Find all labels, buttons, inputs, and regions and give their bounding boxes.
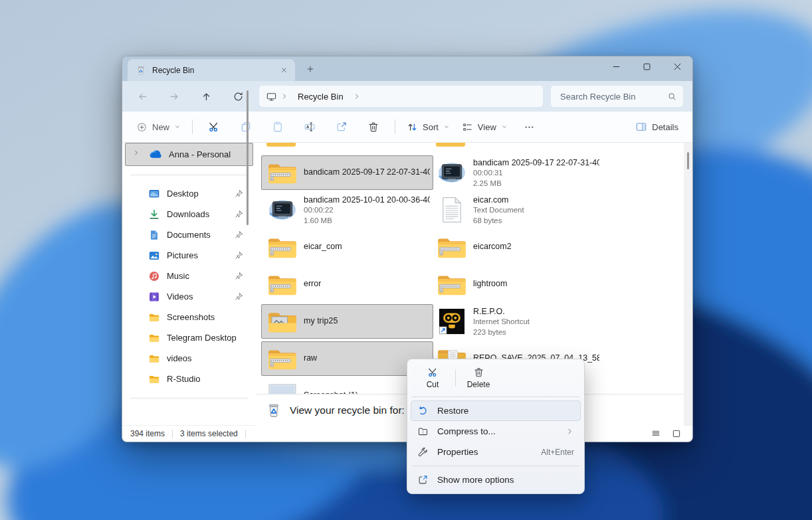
sidebar-item-desktop[interactable]: Desktop — [125, 183, 253, 204]
list-view-icon — [651, 428, 661, 439]
sidebar-item-downloads[interactable]: Downloads — [125, 204, 253, 224]
toolbar-divider — [192, 120, 193, 134]
sidebar-item-label: Downloads — [167, 209, 209, 219]
more-options-button[interactable] — [516, 116, 544, 138]
file-meta: 2.25 MB — [473, 179, 502, 187]
context-menu-item-restore[interactable]: Restore — [411, 400, 581, 421]
close-icon — [672, 61, 683, 72]
sidebar-separator — [130, 398, 248, 398]
context-quick-delete[interactable]: Delete — [458, 363, 499, 392]
delete-button[interactable] — [359, 116, 387, 138]
file-item-partial[interactable] — [431, 143, 601, 148]
pin-icon — [235, 210, 243, 218]
tab-recycle-bin[interactable]: Recycle Bin — [128, 59, 295, 81]
menu-item-label: Show more options — [437, 475, 514, 485]
pin-icon — [235, 292, 243, 301]
trash-icon — [367, 121, 379, 133]
file-item-lightroom[interactable]: lightroom — [431, 267, 603, 302]
new-button-label: New — [152, 122, 169, 132]
chevron-down-icon — [443, 124, 450, 130]
file-meta: 68 bytes — [473, 217, 502, 224]
pin-icon — [235, 230, 243, 239]
menu-item-label: Properties — [437, 447, 478, 457]
desktop-icon — [148, 188, 160, 200]
file-item-error[interactable]: error — [261, 267, 433, 302]
quick-action-label: Cut — [427, 380, 439, 389]
sidebar-item-videos[interactable]: videos — [125, 348, 253, 369]
sidebar-item-label: Desktop — [167, 189, 199, 199]
large-icons-view-toggle[interactable] — [668, 427, 684, 440]
file-meta: 1.60 MB — [304, 217, 332, 224]
details-view-toggle[interactable] — [648, 427, 664, 440]
status-divider — [245, 430, 246, 438]
cut-button[interactable] — [200, 116, 228, 138]
this-pc-icon[interactable] — [266, 91, 277, 102]
file-item-bandicam-2025-10-01-20-00-36-407[interactable]: bandicam 2025-10-01 20-00-36-40700:00:22… — [261, 193, 433, 227]
view-button[interactable]: View — [456, 117, 514, 137]
file-item-eicar-com[interactable]: eicar.comText Document68 bytes — [431, 193, 603, 227]
file-name: eicar_com — [304, 242, 342, 251]
details-pane-button[interactable]: Details — [629, 116, 684, 137]
sidebar-item-screenshots[interactable]: Screenshots — [125, 307, 253, 327]
sidebar-item-music[interactable]: Music — [125, 266, 253, 286]
context-menu-item-show-more-options[interactable]: Show more options — [411, 470, 581, 490]
file-item-bandicam-2025-09-17-22-07-31-403[interactable]: bandicam 2025-09-17 22-07-31-403 — [261, 155, 433, 190]
close-icon — [280, 66, 288, 74]
videos-icon — [148, 291, 160, 303]
share-button[interactable] — [328, 116, 355, 138]
new-tab-button[interactable] — [300, 60, 320, 78]
sidebar-scrollbar-thumb[interactable] — [247, 90, 249, 225]
selected-count: 3 items selected — [180, 429, 238, 438]
scrollbar-thumb[interactable] — [687, 152, 689, 169]
context-menu-item-properties[interactable]: PropertiesAlt+Enter — [411, 442, 581, 462]
tab-close-button[interactable] — [276, 63, 291, 78]
file-item-eicar-com[interactable]: eicar_com — [261, 230, 433, 264]
sidebar-item-label: Telegram Desktop — [167, 333, 237, 343]
context-quick-cut[interactable]: Cut — [412, 363, 453, 392]
file-item-my-trip25[interactable]: my trip25 — [261, 304, 433, 339]
maximize-button[interactable] — [631, 56, 662, 77]
sort-icon — [407, 122, 418, 133]
shortcut-label: Alt+Enter — [541, 448, 574, 457]
file-name: error — [304, 279, 321, 288]
sidebar-item-documents[interactable]: Documents — [125, 224, 253, 245]
file-list-scrollbar[interactable] — [684, 143, 692, 426]
sidebar-item-r-studio[interactable]: R-Studio — [125, 369, 253, 389]
breadcrumb-recycle-bin[interactable]: Recycle Bin — [292, 92, 350, 102]
repo-shortcut-icon — [437, 307, 467, 335]
zip-folder-icon — [267, 233, 298, 261]
minimize-button[interactable] — [601, 56, 631, 77]
file-item-partial[interactable] — [261, 143, 432, 148]
search-box[interactable] — [551, 86, 683, 107]
close-window-button[interactable] — [662, 56, 692, 77]
sidebar-item-videos[interactable]: Videos — [125, 286, 253, 307]
file-item-bandicam-2025-09-17-22-07-31-403[interactable]: bandicam 2025-09-17 22-07-31-40300:00:31… — [431, 155, 603, 190]
sidebar-item-telegram-desktop[interactable]: Telegram Desktop — [125, 327, 253, 348]
chevron-right-icon[interactable] — [353, 92, 361, 100]
sidebar-item-label: Documents — [167, 230, 211, 240]
file-name: bandicam 2025-09-17 22-07-31-403 — [473, 158, 599, 167]
new-button[interactable]: New — [130, 117, 187, 137]
trash-icon — [473, 367, 484, 378]
context-menu-item-compress-to[interactable]: Compress to... — [411, 421, 581, 442]
back-button[interactable] — [132, 86, 153, 108]
menu-item-right — [565, 427, 574, 436]
navigation-bar: Recycle Bin — [122, 81, 692, 112]
rename-icon — [304, 121, 316, 133]
menu-item-label: Restore — [437, 406, 468, 416]
sort-button[interactable]: Sort — [401, 117, 456, 137]
sidebar-item-pictures[interactable]: Pictures — [125, 245, 253, 266]
sidebar-item-anna-personal[interactable]: Anna - Personal — [125, 143, 253, 166]
command-toolbar: New Sort View — [122, 112, 692, 143]
paste-button[interactable] — [264, 116, 292, 138]
up-button[interactable] — [195, 86, 217, 108]
sidebar-item-label: R-Studio — [167, 374, 201, 384]
sidebar-item-label: Videos — [167, 292, 193, 302]
rename-button[interactable] — [296, 116, 324, 138]
file-item-r-e-p-o[interactable]: R.E.P.O.Internet Shortcut223 bytes — [431, 304, 603, 339]
search-input[interactable] — [559, 91, 667, 102]
file-name: eicarcom2 — [473, 242, 512, 251]
forward-button[interactable] — [163, 86, 185, 108]
file-item-eicarcom2[interactable]: eicarcom2 — [431, 230, 603, 264]
restore-icon — [417, 405, 429, 416]
